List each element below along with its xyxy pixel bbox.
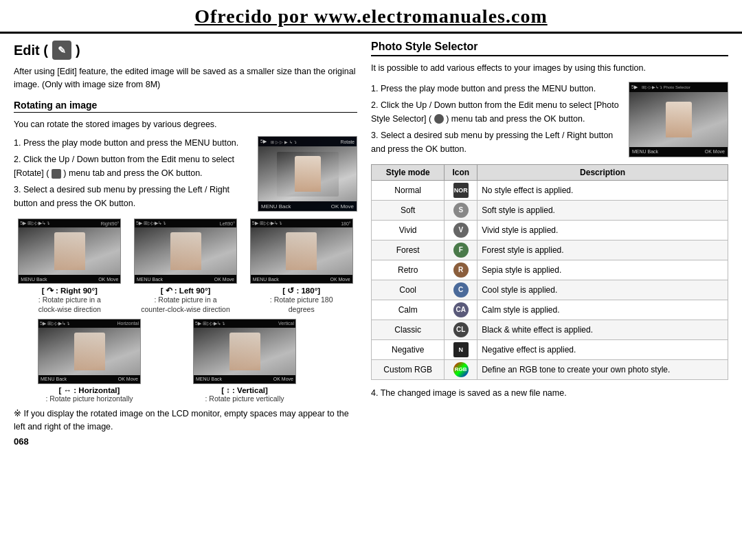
table-row: Calm CA Calm style is applied. xyxy=(372,300,728,320)
rotating-section: Rotating an image You can rotate the sto… xyxy=(14,100,357,447)
step-2: 2. Click the Up / Down button from the E… xyxy=(14,153,251,180)
thumb-horizontal-label: [ ↔ : Horizontal] xyxy=(59,386,120,394)
style-negative: Negative xyxy=(372,339,445,359)
edit-icon: ✎ xyxy=(52,41,71,60)
icon-classic: CL xyxy=(445,320,477,339)
main-content: Edit ( ✎ ) After using [Edit] feature, t… xyxy=(0,41,742,447)
thumb-img-vertical: 5▶ ⊞▷▷▶↳↴ Vertical MENU BackOK Move xyxy=(193,319,296,384)
thumb-180: 5▶ ⊞▷▷▶↳↴ 180° MENU BackOK Move [ ↺ : 18… xyxy=(245,219,357,314)
desc-negative: Negative effect is applied. xyxy=(477,339,728,359)
style-custom-rgb: Custom RGB xyxy=(372,359,445,379)
style-forest: Forest xyxy=(372,240,445,260)
icon-normal: NOR xyxy=(445,180,477,200)
thumb-horizontal-desc: : Rotate picture horizontally xyxy=(45,394,133,404)
table-row: Cool C Cool style is applied. xyxy=(372,280,728,300)
icon-retro: R xyxy=(445,260,477,280)
camera-screenshot-photo-style: 5▶ ⊞▷▷▶↳↴ Photo Selector MENU BackOK Mov… xyxy=(629,82,728,157)
thumb-vertical: 5▶ ⊞▷▷▶↳↴ Vertical MENU BackOK Move [ ↕ … xyxy=(169,319,320,404)
icon-soft: S xyxy=(445,200,477,220)
style-normal: Normal xyxy=(372,180,445,200)
right-column: Photo Style Selector It is possible to a… xyxy=(371,41,728,447)
table-row: Custom RGB RGB Define an RGB tone to cre… xyxy=(372,359,728,379)
icon-negative: N xyxy=(445,339,477,359)
step-1: 1. Press the play mode button and press … xyxy=(14,136,251,150)
style-table: Style mode Icon Description Normal NOR N… xyxy=(371,164,728,380)
intro-text: After using [Edit] feature, the edited i… xyxy=(14,65,357,91)
thumb-180-desc: : Rotate picture 180degrees xyxy=(270,295,333,314)
col-header-desc: Description xyxy=(477,164,728,180)
step-3: 3. Select a desired sub menu by pressing… xyxy=(14,183,251,210)
photo-style-steps-container: 1. Press the play mode button and press … xyxy=(371,82,728,157)
site-title: Ofrecido por www.electromanuales.com xyxy=(0,5,742,27)
style-vivid: Vivid xyxy=(372,220,445,240)
rotating-steps: 1. Press the play mode button and press … xyxy=(14,136,251,212)
ps-step-3: 3. Select a desired sub menu by pressing… xyxy=(371,128,622,156)
thumb-left90: 5▶ ⊞▷▷▶↳↴ Left90° MENU BackOK Move [ ↶ :… xyxy=(130,219,242,314)
desc-vivid: Vivid style is applied. xyxy=(477,220,728,240)
desc-retro: Sepia style is applied. xyxy=(477,260,728,280)
thumb-left90-desc: : Rotate picture in acounter-clock-wise … xyxy=(141,295,230,314)
photo-style-steps: 1. Press the play mode button and press … xyxy=(371,82,622,157)
col-header-icon: Icon xyxy=(445,164,477,180)
photo-style-intro: It is possible to add various effects to… xyxy=(371,62,728,75)
icon-calm: CA xyxy=(445,300,477,320)
page-number: 068 xyxy=(14,436,357,447)
table-row: Soft S Soft style is applied. xyxy=(372,200,728,220)
thumb-left90-label: [ ↶ : Left 90°] xyxy=(161,286,211,295)
left-column: Edit ( ✎ ) After using [Edit] feature, t… xyxy=(14,41,357,447)
table-row: Forest F Forest style is applied. xyxy=(372,240,728,260)
col-header-style: Style mode xyxy=(372,164,445,180)
page-header: Ofrecido por www.electromanuales.com xyxy=(0,0,742,34)
page-title-text: Edit ( xyxy=(14,43,48,58)
rotating-title: Rotating an image xyxy=(14,100,357,113)
style-calm: Calm xyxy=(372,300,445,320)
desc-cool: Cool style is applied. xyxy=(477,280,728,300)
thumb-180-label: [ ↺ : 180°] xyxy=(282,286,320,295)
rotate-thumbs-row1: 5▶ ⊞▷▷▶↳↴ Right90° MENU BackOK Move [ ↷ … xyxy=(14,219,357,314)
desc-custom-rgb: Define an RGB tone to create your own ph… xyxy=(477,359,728,379)
note-text: ※ If you display the rotated image on th… xyxy=(14,407,357,434)
style-retro: Retro xyxy=(372,260,445,280)
ps-step-1: 1. Press the play mode button and press … xyxy=(371,82,622,96)
table-row: Normal NOR No style effect is applied. xyxy=(372,180,728,200)
desc-calm: Calm style is applied. xyxy=(477,300,728,320)
icon-vivid: V xyxy=(445,220,477,240)
desc-classic: Black & white effect is applied. xyxy=(477,320,728,339)
style-classic: Classic xyxy=(372,320,445,339)
table-row: Classic CL Black & white effect is appli… xyxy=(372,320,728,339)
thumb-right90-desc: : Rotate picture in aclock-wise directio… xyxy=(38,295,101,314)
page-title-close: ) xyxy=(76,43,80,58)
style-table-body: Normal NOR No style effect is applied. S… xyxy=(372,180,728,379)
icon-forest: F xyxy=(445,240,477,260)
table-row: Retro R Sepia style is applied. xyxy=(372,260,728,280)
table-row: Vivid V Vivid style is applied. xyxy=(372,220,728,240)
thumb-horizontal: 5▶ ⊞▷▷▶↳↴ Horizontal MENU BackOK Move [ … xyxy=(14,319,165,404)
thumb-img-horizontal: 5▶ ⊞▷▷▶↳↴ Horizontal MENU BackOK Move xyxy=(38,319,141,384)
ps-step-2: 2. Click the Up / Down button from the E… xyxy=(371,98,622,126)
footer-note: 4. The changed image is saved as a new f… xyxy=(371,387,728,400)
rotating-steps-container: 1. Press the play mode button and press … xyxy=(14,136,357,212)
desc-soft: Soft style is applied. xyxy=(477,200,728,220)
thumb-vertical-desc: : Rotate picture vertically xyxy=(205,394,284,404)
style-soft: Soft xyxy=(372,200,445,220)
style-cool: Cool xyxy=(372,280,445,300)
desc-forest: Forest style is applied. xyxy=(477,240,728,260)
thumb-img-180: 5▶ ⊞▷▷▶↳↴ 180° MENU BackOK Move xyxy=(250,219,353,284)
thumb-vertical-label: [ ↕ : Vertical] xyxy=(221,386,268,394)
page-title: Edit ( ✎ ) xyxy=(14,41,357,60)
rotating-body: You can rotate the stored images by vari… xyxy=(14,118,357,131)
thumb-img-right90: 5▶ ⊞▷▷▶↳↴ Right90° MENU BackOK Move xyxy=(18,219,121,284)
photo-style-title: Photo Style Selector xyxy=(371,41,728,56)
icon-custom-rgb: RGB xyxy=(445,359,477,379)
desc-normal: No style effect is applied. xyxy=(477,180,728,200)
thumb-right90-label: [ ↷ : Right 90°] xyxy=(42,286,98,295)
rotate-thumbs-row2: 5▶ ⊞▷▷▶↳↴ Horizontal MENU BackOK Move [ … xyxy=(14,319,357,404)
icon-cool: C xyxy=(445,280,477,300)
thumb-img-left90: 5▶ ⊞▷▷▶↳↴ Left90° MENU BackOK Move xyxy=(134,219,237,284)
camera-screenshot-rotate: 5▶ ⊞ ▷ ▷ ▶ ↳ ↴ Rotate MENU Back OK Move xyxy=(258,136,357,212)
thumb-right90: 5▶ ⊞▷▷▶↳↴ Right90° MENU BackOK Move [ ↷ … xyxy=(14,219,126,314)
table-row: Negative N Negative effect is applied. xyxy=(372,339,728,359)
